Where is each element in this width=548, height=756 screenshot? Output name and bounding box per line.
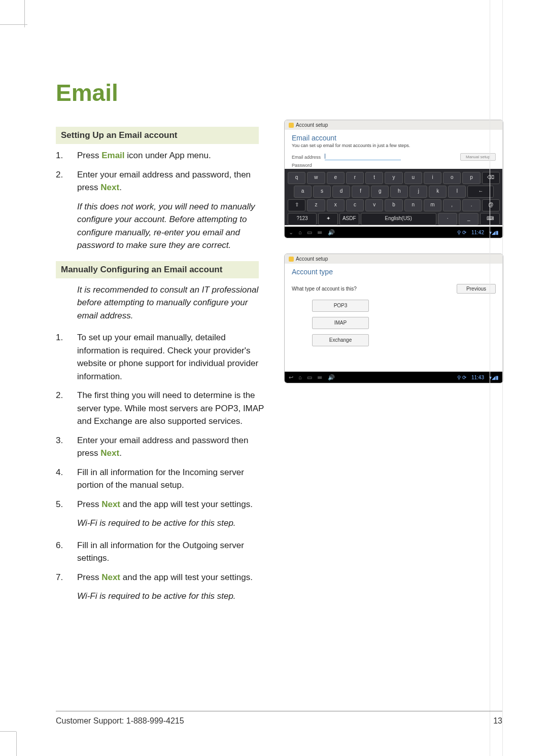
recents-icon[interactable]: ▭ — [307, 229, 312, 236]
step: 2. Enter your email address and password… — [56, 168, 269, 194]
note: If this does not work, you will need to … — [77, 200, 269, 252]
key[interactable]: x — [327, 199, 345, 211]
note: Wi-Fi is required to be active for this … — [77, 590, 269, 603]
key[interactable]: _ — [459, 213, 478, 225]
key[interactable]: f — [352, 186, 369, 198]
key[interactable]: k — [429, 186, 447, 198]
key[interactable]: j — [409, 186, 427, 198]
step: 1. Press Email icon under App menu. — [56, 149, 269, 162]
key[interactable]: @ — [482, 199, 500, 211]
password-label: Password — [292, 163, 312, 168]
key[interactable]: w — [307, 172, 325, 184]
page-title: Email — [56, 81, 512, 104]
step: 5.Press Next and the app will test your … — [56, 498, 269, 511]
step: 3.Enter your email address and password … — [56, 434, 269, 460]
key[interactable]: q — [288, 172, 305, 184]
step: 6.Fill in all information for the Outgoi… — [56, 539, 269, 565]
recents-icon[interactable]: ▭ — [307, 374, 312, 381]
key[interactable]: i — [424, 172, 441, 184]
system-bar: ⌄ ⌂ ▭ ⩸ 🔊 ⚲ ⟳ 11:42 ▾◢▮ — [285, 227, 503, 238]
note: Wi-Fi is required to be active for this … — [77, 517, 269, 530]
key[interactable]: h — [390, 186, 408, 198]
key[interactable]: s — [313, 186, 331, 198]
signal-icons: ▾◢▮ — [489, 230, 499, 235]
key[interactable]: v — [365, 199, 383, 211]
step: 7.Press Next and the app will test your … — [56, 571, 269, 584]
key[interactable]: a — [294, 186, 312, 198]
key[interactable]: l — [448, 186, 466, 198]
screenshot-icon[interactable]: ⩸ — [317, 229, 323, 235]
screenshot-icon[interactable]: ⩸ — [317, 374, 323, 380]
key[interactable]: ✦ — [318, 213, 338, 225]
status-icons: ⚲ ⟳ — [457, 375, 466, 380]
screenshot-email-account: Account setup Email account You can set … — [284, 120, 503, 238]
pop3-button[interactable]: POP3 — [312, 300, 369, 312]
note: It is recommended to consult an IT profe… — [77, 283, 269, 322]
key[interactable]: . — [462, 199, 480, 211]
manual-setup-button[interactable]: Manual setup — [460, 153, 496, 161]
key[interactable]: r — [346, 172, 364, 184]
key[interactable]: ⌫ — [482, 172, 500, 184]
key[interactable]: ⇧ — [288, 199, 305, 211]
clock: 11:43 — [471, 375, 484, 380]
onscreen-keyboard[interactable]: qwertyuiop⌫ asdfghjkl← ⇧zxcvbnm,.@ ?123✦… — [285, 169, 503, 225]
volume-icon[interactable]: 🔊 — [328, 374, 335, 381]
key[interactable]: d — [332, 186, 350, 198]
system-bar: ↩ ⌂ ▭ ⩸ 🔊 ⚲ ⟳ 11:43 ▾◢▮ — [285, 372, 503, 383]
section-heading-setup: Setting Up an Email account — [56, 127, 259, 144]
email-label: Email address — [292, 155, 321, 160]
key[interactable]: c — [346, 199, 364, 211]
key[interactable]: e — [327, 172, 345, 184]
key[interactable]: m — [424, 199, 441, 211]
key[interactable]: , — [443, 199, 461, 211]
key[interactable]: t — [365, 172, 383, 184]
step: 4.Fill in all information for the Incomi… — [56, 466, 269, 492]
page-number: 13 — [493, 716, 502, 726]
signal-icons: ▾◢▮ — [489, 375, 499, 380]
app-icon — [289, 257, 294, 262]
clock: 11:42 — [471, 230, 484, 235]
imap-button[interactable]: IMAP — [312, 317, 369, 329]
key[interactable]: o — [443, 172, 461, 184]
exchange-button[interactable]: Exchange — [312, 334, 369, 346]
back-icon[interactable]: ⌄ — [289, 229, 293, 236]
step: 1.To set up your email manually, detaile… — [56, 331, 269, 383]
screenshot-account-type: Account setup Account type What type of … — [284, 254, 503, 383]
key[interactable]: · — [438, 213, 458, 225]
key[interactable]: p — [462, 172, 480, 184]
back-icon[interactable]: ↩ — [289, 374, 293, 381]
screenshot-subtext: You can set up email for most accounts i… — [285, 143, 503, 152]
home-icon[interactable]: ⌂ — [298, 229, 302, 235]
key[interactable]: ?123 — [288, 213, 317, 225]
home-icon[interactable]: ⌂ — [298, 374, 302, 380]
key[interactable]: z — [307, 199, 325, 211]
key[interactable]: u — [404, 172, 422, 184]
screenshot-heading: Email account — [285, 130, 503, 143]
section-heading-manual: Manually Configuring an Email account — [56, 261, 259, 278]
status-icons: ⚲ ⟳ — [457, 230, 466, 235]
key[interactable]: g — [371, 186, 389, 198]
key[interactable]: ASDF — [339, 213, 359, 225]
screenshot-heading: Account type — [285, 264, 503, 277]
step: 2.The first thing you will need to deter… — [56, 389, 269, 428]
key[interactable]: English(US) — [361, 213, 436, 225]
key[interactable]: n — [404, 199, 422, 211]
customer-support: Customer Support: 1-888-999-4215 — [56, 716, 184, 726]
key[interactable]: b — [385, 199, 402, 211]
volume-icon[interactable]: 🔊 — [328, 229, 335, 236]
question-text: What type of account is this? — [292, 286, 357, 292]
key[interactable]: y — [385, 172, 402, 184]
email-field[interactable] — [325, 154, 401, 160]
app-icon — [289, 123, 294, 128]
